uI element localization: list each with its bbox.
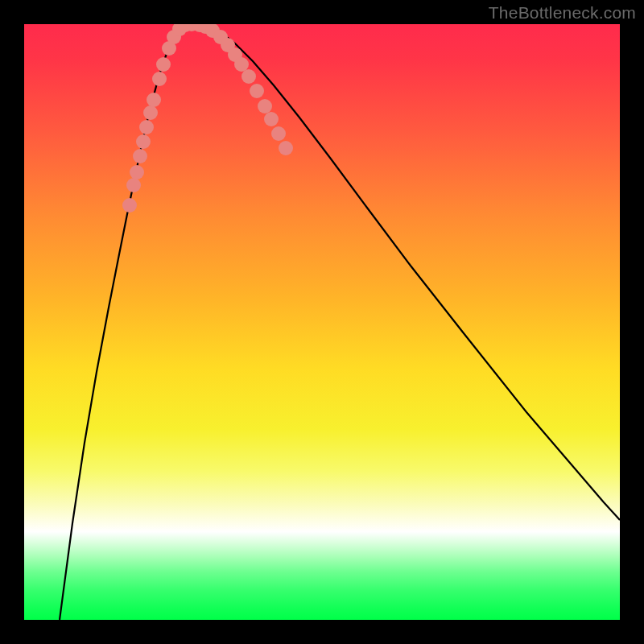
data-point (152, 72, 167, 86)
data-point (234, 57, 249, 72)
data-point (136, 134, 151, 149)
chart-svg (24, 24, 620, 620)
data-point (258, 99, 272, 114)
plot-area (24, 24, 620, 620)
data-point (250, 84, 264, 98)
data-point (156, 57, 171, 72)
data-point (122, 198, 137, 213)
data-point (139, 120, 154, 134)
data-point (264, 112, 279, 126)
data-markers (122, 24, 293, 213)
data-point (126, 178, 141, 192)
chart-frame: TheBottleneck.com (0, 0, 644, 644)
data-point (279, 141, 293, 155)
data-point (133, 149, 147, 163)
data-point (147, 93, 161, 107)
data-point (143, 105, 158, 120)
data-point (271, 126, 286, 141)
watermark-text: TheBottleneck.com (489, 3, 636, 23)
data-point (130, 165, 144, 180)
data-point (242, 69, 256, 84)
